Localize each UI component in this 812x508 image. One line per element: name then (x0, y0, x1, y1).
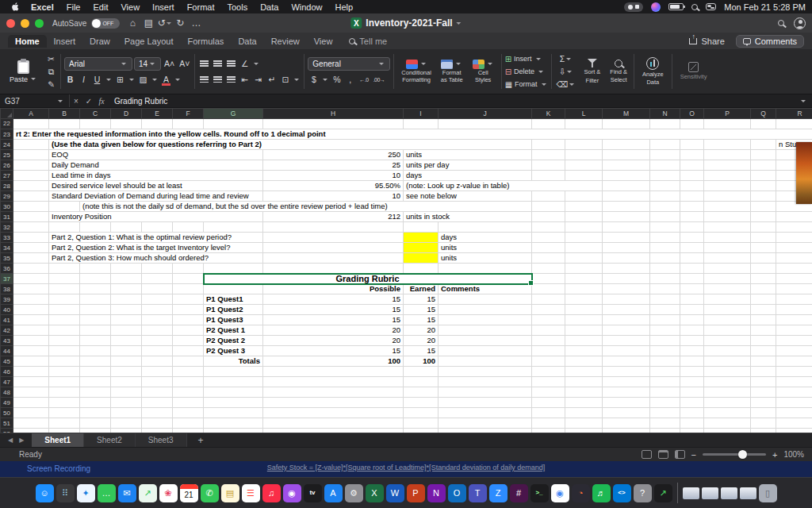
cell-R47[interactable] (776, 377, 812, 387)
cell-G36[interactable] (204, 264, 263, 274)
align-bottom-button[interactable] (225, 58, 237, 70)
cell-Q22[interactable] (751, 119, 776, 129)
cell-P40[interactable] (704, 305, 751, 315)
cell-Q26[interactable] (751, 160, 776, 171)
cell-Q43[interactable] (751, 336, 776, 346)
cell-L24[interactable] (565, 140, 603, 150)
cell-A23[interactable]: rt 2: Enter the requested information in… (13, 129, 812, 140)
fill-color-dropdown-icon[interactable] (152, 79, 157, 81)
cell-I32[interactable] (404, 222, 439, 233)
increase-indent-button[interactable]: ⇥ (252, 74, 264, 86)
cell-N32[interactable] (650, 222, 680, 233)
cell-N43[interactable] (650, 336, 680, 346)
cell-N36[interactable] (650, 264, 680, 274)
dock-music[interactable]: ♫ (262, 484, 281, 502)
dock-outlook[interactable]: O (448, 484, 466, 502)
cell-M48[interactable] (603, 387, 650, 398)
cell-O24[interactable] (680, 140, 704, 150)
cell-K46[interactable] (532, 367, 565, 377)
cell-A29[interactable] (13, 191, 49, 202)
cell-K38[interactable] (532, 284, 565, 294)
cell-M37[interactable] (603, 274, 650, 284)
column-header-M[interactable]: M (603, 109, 650, 119)
cell-A33[interactable] (13, 233, 49, 243)
dock-launchpad[interactable]: ⠿ (56, 484, 75, 502)
cell-C32[interactable] (80, 222, 111, 233)
cell-L49[interactable] (565, 398, 603, 408)
cell-N34[interactable] (650, 243, 680, 253)
dock-terminal[interactable]: >_ (530, 484, 549, 502)
cell-L51[interactable] (565, 418, 603, 429)
row-header-28[interactable]: 28 (1, 181, 13, 191)
row-header-34[interactable]: 34 (1, 243, 13, 253)
cell-A31[interactable] (13, 212, 49, 222)
italic-button[interactable]: I (78, 74, 90, 86)
cell-R39[interactable] (776, 294, 812, 305)
tell-me-button[interactable]: Tell me (349, 37, 387, 46)
currency-dropdown-icon[interactable] (323, 79, 327, 81)
dock-window-4[interactable] (740, 487, 756, 499)
cell-J48[interactable] (439, 387, 532, 398)
cell-K37[interactable] (532, 274, 565, 284)
row-header-42[interactable]: 42 (1, 325, 13, 336)
ribbon-tab-data[interactable]: Data (231, 35, 263, 48)
dock-slack[interactable]: # (510, 484, 528, 502)
cell-L45[interactable] (565, 356, 603, 367)
cell-B46[interactable] (49, 367, 80, 377)
merge-center-button[interactable]: ⊡ (279, 74, 291, 86)
format-painter-button[interactable]: ✎ (45, 79, 57, 90)
cell-L40[interactable] (565, 305, 603, 315)
cell-F32[interactable] (173, 222, 204, 233)
cell-F41[interactable] (173, 315, 204, 325)
dock-reminders[interactable]: ☰ (242, 484, 260, 502)
find-select-button[interactable]: Find & Select (607, 60, 630, 84)
column-header-P[interactable]: P (704, 109, 751, 119)
normal-view-button[interactable] (642, 450, 652, 459)
cell-A24[interactable] (13, 140, 49, 150)
cell-Q24[interactable] (751, 140, 776, 150)
column-header-N[interactable]: N (650, 109, 680, 119)
cell-E46[interactable] (142, 367, 173, 377)
cell-R36[interactable] (776, 264, 812, 274)
cell-B40[interactable] (49, 305, 80, 315)
cell-B29[interactable]: Standard Deviation of Demand during lead… (49, 191, 263, 202)
dock-firefox[interactable]: ◔ (572, 484, 590, 502)
cell-L30[interactable] (565, 202, 603, 212)
cell-C36[interactable] (80, 264, 111, 274)
cell-Q36[interactable] (751, 264, 776, 274)
cell-N38[interactable] (650, 284, 680, 294)
cell-B28[interactable]: Desired service level should be at least (49, 181, 263, 191)
cell-C49[interactable] (80, 398, 111, 408)
cell-D43[interactable] (111, 336, 142, 346)
row-header-24[interactable]: 24 (1, 140, 13, 150)
cell-I39[interactable]: 15 (404, 294, 439, 305)
cell-J43[interactable] (439, 336, 532, 346)
cell-R37[interactable] (776, 274, 812, 284)
column-header-A[interactable]: A (13, 109, 49, 119)
cell-N37[interactable] (650, 274, 680, 284)
cell-R32[interactable] (776, 222, 812, 233)
cell-I25[interactable]: units (404, 150, 532, 160)
cell-P37[interactable] (704, 274, 751, 284)
dock-excel[interactable]: X (366, 484, 384, 502)
enter-icon[interactable]: ✓ (82, 97, 95, 106)
cell-L29[interactable] (565, 191, 603, 202)
cell-H47[interactable] (263, 377, 404, 387)
cell-I31[interactable]: units in stock (404, 212, 532, 222)
cell-A43[interactable] (13, 336, 49, 346)
cell-J33[interactable]: days (439, 233, 532, 243)
cell-A28[interactable] (13, 181, 49, 191)
cell-B26[interactable]: Daily Demand (49, 160, 263, 171)
merge-dropdown-icon[interactable] (294, 79, 299, 81)
cell-I35[interactable] (404, 253, 439, 264)
cell-C22[interactable] (80, 119, 111, 129)
cell-F37[interactable] (173, 274, 204, 284)
cell-E43[interactable] (142, 336, 173, 346)
row-header-39[interactable]: 39 (1, 294, 13, 305)
cancel-icon[interactable]: × (70, 97, 82, 106)
sheet-tab-sheet3[interactable]: Sheet3 (136, 433, 187, 447)
cell-R35[interactable] (776, 253, 812, 264)
cell-O28[interactable] (680, 181, 704, 191)
comments-button[interactable]: Comments (736, 35, 804, 48)
cell-N45[interactable] (650, 356, 680, 367)
